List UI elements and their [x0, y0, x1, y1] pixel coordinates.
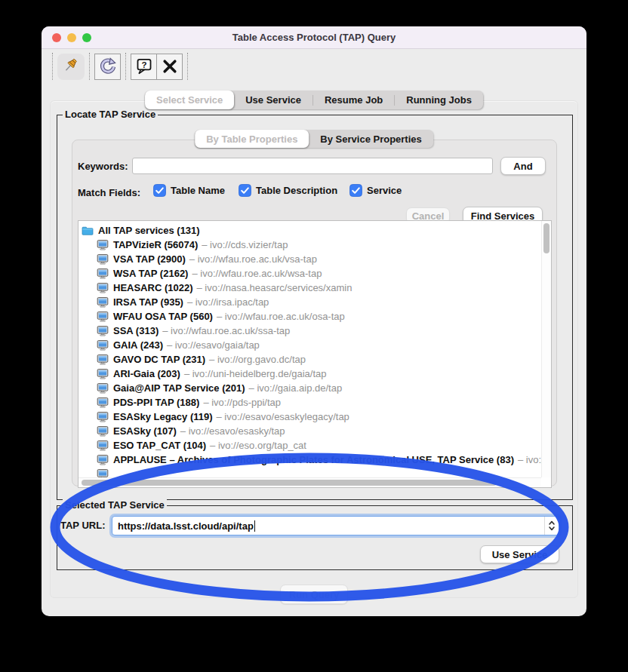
horizontal-scrollbar[interactable] [78, 477, 541, 487]
keywords-input[interactable] [132, 158, 493, 174]
text-caret [254, 520, 255, 532]
combobox-stepper[interactable] [544, 517, 559, 535]
zoom-window-button[interactable] [82, 33, 91, 42]
checkbox-table-description[interactable]: Table Description [239, 184, 337, 197]
tab-select-service[interactable]: Select Service [145, 91, 234, 109]
checkbox-checked-icon [153, 184, 166, 197]
checkbox-checked-icon [349, 184, 362, 197]
list-item[interactable]: SSA (313) – ivo://wfau.roe.ac.uk/ssa-tap [78, 324, 541, 338]
computer-icon [97, 368, 109, 380]
computer-icon [97, 440, 109, 452]
checkbox-label: Service [367, 185, 402, 196]
service-ivoid: – ivo://gaia.aip.de/tap [249, 382, 343, 394]
checkbox-label: Table Name [171, 185, 225, 196]
horizontal-scrollbar-thumb[interactable] [82, 480, 497, 486]
computer-icon [97, 311, 109, 323]
service-ivoid: – ivo://irsa.ipac/tap [187, 296, 269, 308]
list-item[interactable]: HEASARC (1022) – ivo://nasa.heasarc/serv… [78, 281, 541, 295]
tab-by-service-properties[interactable]: By Service Properties [309, 130, 433, 148]
computer-icon [97, 397, 109, 409]
title-bar[interactable]: Table Access Protocol (TAP) Query [42, 26, 586, 49]
service-ivoid: – ivo://cds.vizier/tap [202, 239, 288, 250]
minimize-window-button[interactable] [67, 33, 76, 42]
vertical-scrollbar[interactable] [541, 221, 551, 477]
computer-icon [97, 339, 109, 351]
tab-use-service[interactable]: Use Service [234, 91, 312, 109]
checkbox-checked-icon [239, 184, 251, 197]
and-button[interactable]: And [500, 157, 546, 175]
computer-icon [97, 282, 109, 294]
list-item[interactable]: VSA TAP (2900) – ivo://wfau.roe.ac.uk/vs… [78, 252, 541, 266]
run-query-button[interactable]: Run Query [280, 585, 348, 604]
computer-icon [97, 253, 109, 265]
list-item[interactable]: ESO TAP_CAT (104) – ivo://eso.org/tap_ca… [78, 438, 541, 453]
search-mode-tab-bar: By Table Properties By Service Propertie… [195, 130, 433, 148]
list-item[interactable]: GAIA (243) – ivo://esavo/gaia/tap [78, 338, 541, 352]
folder-icon [82, 225, 94, 237]
list-item[interactable]: WFAU OSA TAP (560) – ivo://wfau.roe.ac.u… [78, 309, 541, 324]
service-ivoid: – ivo://esavo/esasky/tap [180, 425, 285, 437]
computer-icon [97, 411, 109, 423]
service-name: APPLAUSE – Archives of Photographic Plat… [113, 454, 514, 465]
list-item[interactable]: Gaia@AIP TAP Service (201) – ivo://gaia.… [78, 381, 541, 395]
service-name: VSA TAP (2900) [113, 253, 186, 265]
list-item[interactable]: ESASky (107) – ivo://esavo/esasky/tap [78, 424, 541, 438]
pin-icon [62, 57, 80, 75]
reload-button[interactable] [94, 54, 121, 80]
list-item[interactable]: APPLAUSE – Archives of Photographic Plat… [78, 453, 541, 467]
service-name: GAVO DC TAP (231) [113, 354, 205, 365]
tree-view: All TAP services (131) TAPVizieR (56074)… [78, 221, 541, 477]
service-name: Gaia@AIP TAP Service (201) [113, 382, 245, 394]
service-name: SSA (313) [113, 325, 159, 336]
service-ivoid: – ivo://wfau.roe.ac.uk/ssa-tap [162, 325, 290, 336]
service-name: ESASky (107) [113, 425, 177, 437]
service-name: ARI-Gaia (203) [113, 368, 180, 379]
tap-query-window: Table Access Protocol (TAP) Query Select… [42, 26, 586, 616]
chevron-up-down-icon [548, 519, 556, 532]
tree-root-label: All TAP services (131) [98, 225, 200, 236]
list-item[interactable]: PDS-PPI TAP (188) – ivo://pds-ppi/tap [78, 395, 541, 410]
service-ivoid: – ivo://org.gavo.dc/tap [209, 354, 306, 365]
pin-window-button[interactable] [57, 54, 85, 80]
service-name: ESASky Legacy (119) [113, 411, 213, 422]
vertical-scrollbar-thumb[interactable] [543, 223, 550, 253]
reload-icon [99, 57, 117, 75]
service-ivoid: – ivo://pds-ppi/tap [203, 397, 281, 408]
use-service-button[interactable]: Use Service [480, 545, 559, 563]
main-tab-bar: Select Service Use Service Resume Job Ru… [145, 91, 483, 109]
traffic-lights [52, 33, 91, 42]
keywords-label: Keywords: [78, 161, 128, 172]
service-name: IRSA TAP (935) [113, 296, 183, 308]
list-item[interactable]: TAPVizieR (56074) – ivo://cds.vizier/tap [78, 238, 541, 252]
tap-url-label: TAP URL: [60, 520, 105, 531]
list-item[interactable]: ESASky Legacy (119) – ivo://esavo/esasky… [78, 410, 541, 424]
list-item[interactable]: WSA TAP (2162) – ivo://wfau.roe.ac.uk/ws… [78, 266, 541, 281]
close-icon [161, 57, 179, 75]
computer-icon [97, 325, 109, 337]
tab-running-jobs[interactable]: Running Jobs [395, 91, 483, 109]
match-fields-label: Match Fields: [78, 187, 140, 198]
service-name: TAPVizieR (56074) [113, 239, 198, 250]
close-dialog-button[interactable] [156, 54, 183, 80]
tab-by-table-properties[interactable]: By Table Properties [195, 130, 309, 148]
selected-group-title: Selected TAP Service [63, 499, 167, 511]
close-window-button[interactable] [52, 33, 61, 42]
checkbox-service[interactable]: Service [349, 184, 402, 197]
tree-root-row[interactable]: All TAP services (131) [78, 223, 541, 238]
computer-icon [97, 425, 109, 437]
tab-resume-job[interactable]: Resume Job [313, 91, 394, 109]
window-title: Table Access Protocol (TAP) Query [232, 32, 396, 43]
list-item[interactable]: IRSA TAP (935) – ivo://irsa.ipac/tap [78, 295, 541, 309]
toolbar-separator [125, 53, 126, 80]
service-name: HEASARC (1022) [113, 282, 192, 293]
list-item[interactable]: GAVO DC TAP (231) – ivo://org.gavo.dc/ta… [78, 352, 541, 367]
list-item[interactable]: ARI-Gaia (203) – ivo://uni-heidelberg.de… [78, 367, 541, 381]
service-ivoid: – ivo://www.p [518, 454, 541, 465]
service-name: PDS-PPI TAP (188) [113, 397, 199, 408]
tap-url-combobox[interactable]: https://data.lsst.cloud/api/tap [112, 516, 559, 535]
list-item-partial[interactable] [78, 467, 541, 477]
computer-icon [97, 239, 109, 251]
help-button[interactable] [131, 54, 157, 80]
checkbox-table-name[interactable]: Table Name [153, 184, 225, 197]
toolbar-separator [52, 53, 53, 80]
